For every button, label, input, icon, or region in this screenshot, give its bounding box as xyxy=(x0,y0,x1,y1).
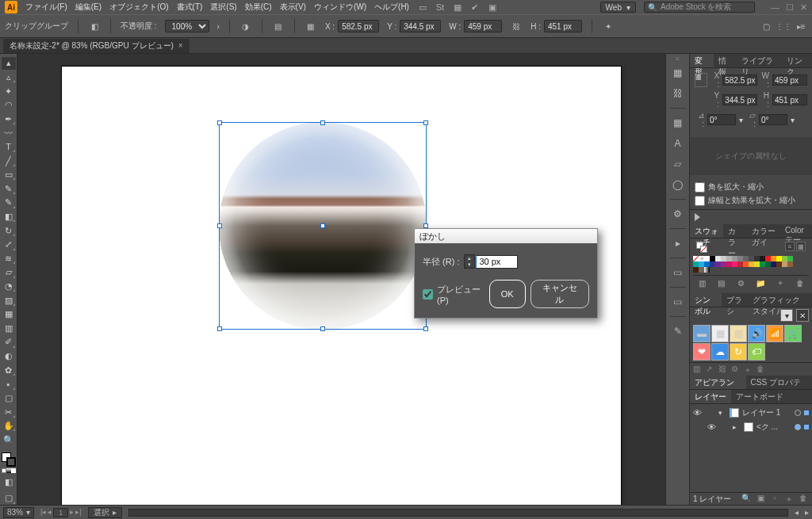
swatch[interactable] xyxy=(771,261,776,267)
tab-symbols[interactable]: シンボル xyxy=(690,293,722,307)
gpu-icon[interactable]: ✔ xyxy=(469,2,481,13)
swatch[interactable] xyxy=(693,267,699,273)
scale-tool[interactable]: ⤢ xyxy=(2,239,16,251)
close-tab-icon[interactable]: × xyxy=(178,41,183,50)
window-close[interactable]: ✕ xyxy=(800,2,807,13)
cancel-button[interactable]: キャンセル xyxy=(530,280,589,308)
swatch[interactable] xyxy=(754,256,760,261)
panel-y-input[interactable] xyxy=(722,94,757,105)
swatch[interactable] xyxy=(771,256,776,261)
symbol-sprayer-tool[interactable]: ✿ xyxy=(2,364,16,376)
swatch[interactable] xyxy=(699,261,704,267)
tile-icon[interactable]: ▦ xyxy=(668,63,688,82)
new-layer-icon[interactable]: ＋ xyxy=(783,494,795,505)
visibility-icon[interactable]: 👁 xyxy=(693,408,704,418)
swatch[interactable] xyxy=(732,256,737,261)
rotate-tool[interactable]: ↻ xyxy=(2,224,16,237)
swatch[interactable] xyxy=(782,261,787,267)
tab-link[interactable]: リンク xyxy=(782,54,812,67)
symbol-item[interactable]: ▬ xyxy=(693,325,710,342)
swatch[interactable] xyxy=(693,261,699,267)
delete-swatch-icon[interactable]: 🗑 xyxy=(795,277,806,288)
align-icon[interactable]: ▤ xyxy=(272,20,285,32)
book-icon[interactable]: ▭ xyxy=(668,263,688,282)
symbol-item[interactable]: ▥ xyxy=(730,325,747,342)
doc-setup-icon[interactable]: ▢ xyxy=(760,20,772,32)
swatch[interactable] xyxy=(754,261,760,267)
strip-handle[interactable] xyxy=(670,57,686,62)
new-symbol-icon[interactable]: ＋ xyxy=(744,364,753,374)
panel-menu-icon[interactable]: ▸≡ xyxy=(795,20,807,32)
radius-input[interactable] xyxy=(475,255,518,269)
visibility-icon[interactable]: 👁 xyxy=(707,422,718,432)
direct-selection-tool[interactable]: ▵ xyxy=(2,71,16,84)
width-tool[interactable]: ≋ xyxy=(2,253,16,265)
first-artboard-icon[interactable]: |◂ xyxy=(40,508,46,517)
expand-corners-checkbox[interactable]: 角を拡大・縮小 xyxy=(695,181,807,193)
link-icon[interactable]: ⛓ xyxy=(668,84,688,103)
graph-tool[interactable]: ▪ xyxy=(2,378,16,391)
scroll-left-icon[interactable]: ◂ xyxy=(795,508,799,517)
pen-tool[interactable]: ✒ xyxy=(2,113,16,125)
target-icon[interactable] xyxy=(795,424,801,430)
menu-type[interactable]: 書式(T) xyxy=(177,2,203,13)
tab-transform[interactable]: 変形 xyxy=(690,54,714,67)
window-minimize[interactable]: — xyxy=(771,2,779,13)
resize-handle[interactable] xyxy=(423,326,428,331)
swatch[interactable] xyxy=(704,261,710,267)
menu-window[interactable]: ウィンドウ(W) xyxy=(314,2,366,13)
swatch[interactable] xyxy=(704,256,710,261)
delete-layer-icon[interactable]: 🗑 xyxy=(798,494,809,505)
delete-symbol-icon[interactable]: 🗑 xyxy=(756,364,766,374)
symbol-item[interactable]: ☁ xyxy=(711,343,729,361)
symbol-options-icon[interactable]: ⚙ xyxy=(731,364,741,374)
swatch[interactable] xyxy=(710,256,715,261)
panel-h-input[interactable] xyxy=(772,94,807,105)
new-sublayer-icon[interactable]: ▫ xyxy=(769,494,780,505)
panel-rotate-input[interactable] xyxy=(707,114,736,125)
swatch[interactable] xyxy=(743,261,749,267)
eyedropper-tool[interactable]: ✐ xyxy=(2,336,16,349)
line-tool[interactable]: ╱ xyxy=(2,155,16,167)
new-group-icon[interactable]: 📁 xyxy=(755,277,766,288)
reference-point-icon[interactable]: ▦ xyxy=(304,20,317,32)
symbol-dropdown-icon[interactable]: ▾ xyxy=(780,309,793,322)
draw-mode-icon[interactable]: ◧ xyxy=(2,475,16,489)
shaper-tool[interactable]: ✎ xyxy=(2,197,16,209)
symbol-item[interactable]: ▦ xyxy=(711,325,729,342)
make-clipping-icon[interactable]: ▣ xyxy=(755,494,766,505)
expand-strokes-checkbox[interactable]: 線幅と効果を拡大・縮小 xyxy=(695,195,807,206)
selection-tool[interactable]: ▴ xyxy=(2,57,16,70)
swatch[interactable] xyxy=(760,261,765,267)
type-tool[interactable]: T xyxy=(2,141,16,154)
disclosure-icon[interactable]: ▾ xyxy=(718,409,726,417)
target-icon[interactable] xyxy=(795,410,801,416)
none-mode-icon[interactable] xyxy=(11,468,16,473)
swatch[interactable] xyxy=(699,267,704,273)
opacity-input[interactable]: 100% xyxy=(165,20,209,32)
lasso-tool[interactable]: ◠ xyxy=(2,99,16,112)
tab-colorguide[interactable]: カラーガイ xyxy=(747,224,780,238)
w-input[interactable] xyxy=(464,20,502,32)
swatch[interactable] xyxy=(765,256,771,261)
last-artboard-icon[interactable]: ▸| xyxy=(75,508,81,517)
swatch[interactable] xyxy=(726,261,732,267)
swatch[interactable] xyxy=(749,256,754,261)
tab-graphicstyles[interactable]: グラフィックスタイル xyxy=(748,293,812,307)
symbol-item[interactable]: ❤ xyxy=(693,343,710,361)
tab-color[interactable]: カラー xyxy=(723,224,747,238)
distort-icon[interactable]: ▱ xyxy=(668,155,688,174)
swatch[interactable] xyxy=(782,256,787,261)
dialog-titlebar[interactable]: ぼかし xyxy=(415,229,597,243)
tab-brushes[interactable]: ブラシ xyxy=(722,293,748,307)
registration-swatch[interactable]: ✦ xyxy=(699,256,704,261)
window-maximize[interactable]: ☐ xyxy=(786,2,794,13)
swatch[interactable] xyxy=(721,256,726,261)
swatch-menu-icon[interactable]: ▤ xyxy=(716,277,727,288)
tab-css[interactable]: CSS プロパティ xyxy=(746,376,813,389)
fill-stroke-mini[interactable] xyxy=(696,242,707,253)
blend-tool[interactable]: ◐ xyxy=(2,350,16,363)
swatch[interactable] xyxy=(726,256,732,261)
character-icon[interactable]: A xyxy=(668,134,688,153)
ok-button[interactable]: OK xyxy=(489,280,526,308)
